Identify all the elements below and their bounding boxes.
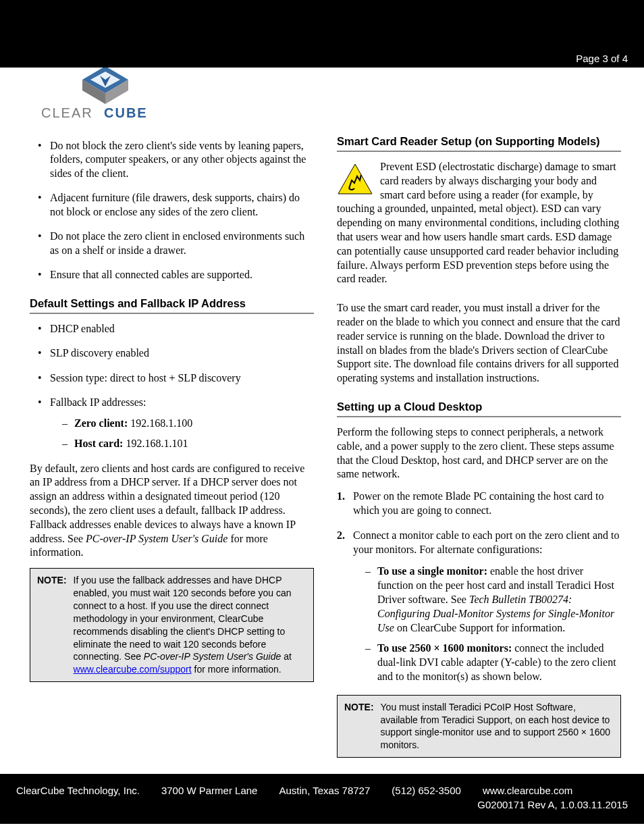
sub-item: Zero client: 192.168.1.100	[62, 417, 314, 430]
note-italic: PC-over-IP System User's Guide	[144, 651, 281, 662]
svg-marker-5	[338, 164, 372, 194]
section-smart-card: Smart Card Reader Setup (on Supporting M…	[337, 135, 621, 152]
sub-bold: To use a single monitor:	[377, 565, 487, 577]
step2-sublist: To use a single monitor: enable the host…	[353, 565, 621, 683]
driver-paragraph: To use the smart card reader, you must i…	[337, 301, 621, 386]
host-card-ip: 192.168.1.101	[123, 438, 188, 449]
footer-bar: ClearCube Technology, Inc. 3700 W Parmer…	[0, 774, 644, 824]
note-text: for more information.	[192, 664, 281, 675]
bullet-item: Ensure that all connected cables are sup…	[38, 268, 314, 282]
sub-item: To use a single monitor: enable the host…	[365, 565, 621, 635]
note-label: NOTE:	[37, 574, 67, 676]
fallback-sublist: Zero client: 192.168.1.100 Host card: 19…	[50, 417, 314, 451]
note-text: at	[281, 651, 292, 662]
logo-text-clear: CLEAR	[41, 105, 93, 120]
zero-client-ip: 192.168.1.100	[128, 417, 192, 429]
step-item: Connect a monitor cable to each port on …	[337, 529, 621, 684]
page-number: Page 3 of 4	[576, 53, 628, 64]
footer-company: ClearCube Technology, Inc.	[16, 785, 140, 796]
section-cloud-desktop: Setting up a Cloud Desktop	[337, 400, 621, 417]
step-text: Connect a monitor cable to each port on …	[353, 529, 620, 555]
sub-item: To use 2560 × 1600 monitors: connect the…	[365, 642, 621, 683]
esd-paragraph: Prevent ESD (electrostatic discharge) da…	[337, 160, 621, 286]
fallback-label: Fallback IP addresses:	[50, 396, 146, 408]
note-box-dhcp: NOTE: If you use the fallback addresses …	[30, 568, 314, 682]
para-text: By default, zero clients and host cards …	[30, 463, 304, 544]
step-item: Power on the remote Blade PC containing …	[337, 490, 621, 518]
left-column: Do not block the zero client's side vent…	[30, 135, 314, 758]
bullet-item: Do not block the zero client's side vent…	[38, 139, 314, 180]
footer-url: www.clearcube.com	[483, 785, 572, 796]
note-body: You must install Teradici PCoIP Host Sof…	[381, 701, 614, 752]
footer-address1: 3700 W Parmer Lane	[161, 785, 258, 796]
bullet-item: SLP discovery enabled	[38, 346, 314, 360]
esd-warning-icon	[337, 163, 373, 197]
sub-bold: To use 2560 × 1600 monitors:	[377, 642, 512, 654]
footer-address2: Austin, Texas 78727	[279, 785, 370, 796]
note-label: NOTE:	[344, 701, 374, 752]
footer-phone: (512) 652-3500	[392, 785, 461, 796]
fallback-paragraph: By default, zero clients and host cards …	[30, 462, 314, 561]
logo-text-cube: CUBE	[104, 105, 148, 120]
setup-steps: Power on the remote Blade PC containing …	[337, 490, 621, 684]
note-text: If you use the fallback addresses and ha…	[74, 575, 292, 662]
header-bar: Page 3 of 4	[0, 0, 644, 68]
note-box-teradici: NOTE: You must install Teradici PCoIP Ho…	[337, 695, 621, 758]
note-body: If you use the fallback addresses and ha…	[74, 574, 306, 676]
right-column: Smart Card Reader Setup (on Supporting M…	[337, 135, 621, 758]
clearcube-logo-icon: CLEAR CUBE	[38, 63, 173, 123]
para-italic: PC-over-IP System User's Guide	[86, 533, 227, 544]
sub-text: on ClearCube Support for information.	[394, 622, 565, 633]
bullet-item: Do not place the zero client in enclosed…	[38, 230, 314, 257]
footer-revision: G0200171 Rev A, 1.0.03.11.2015	[16, 799, 628, 810]
bullet-item: DHCP enabled	[38, 322, 314, 336]
support-link[interactable]: www.clearcube.com/support	[74, 664, 192, 675]
host-card-label: Host card:	[74, 438, 123, 449]
bullet-item: Fallback IP addresses: Zero client: 192.…	[38, 396, 314, 450]
section-default-settings: Default Settings and Fallback IP Address	[30, 297, 314, 314]
brand-logo: CLEAR CUBE	[0, 63, 644, 128]
zero-client-label: Zero client:	[74, 417, 128, 429]
defaults-bullets: DHCP enabled SLP discovery enabled Sessi…	[30, 322, 314, 451]
placement-bullets: Do not block the zero client's side vent…	[30, 139, 314, 282]
esd-block: Prevent ESD (electrostatic discharge) da…	[337, 160, 621, 294]
cloud-intro: Perform the following steps to connect p…	[337, 425, 621, 481]
bullet-item: Session type: direct to host + SLP disco…	[38, 371, 314, 385]
sub-item: Host card: 192.168.1.101	[62, 437, 314, 450]
bullet-item: Adjacent furniture (file drawers, desk s…	[38, 191, 314, 219]
